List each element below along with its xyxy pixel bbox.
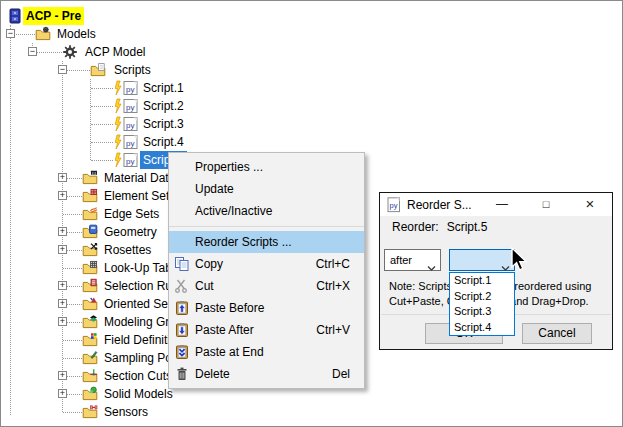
delete-icon (169, 366, 195, 382)
dropdown-option-script-4[interactable]: Script.4 (450, 320, 514, 336)
menu-item-copy[interactable]: CopyCtrl+C (169, 253, 364, 275)
menu-item-reorder-scripts[interactable]: Reorder Scripts ... (169, 231, 364, 253)
menu-item-paste-after[interactable]: Paste AfterCtrl+V (169, 319, 364, 341)
tree-item-scripts[interactable]: −Scripts (1, 61, 381, 79)
tree-branch-line (63, 412, 82, 413)
expand-toggle[interactable]: + (58, 389, 67, 398)
tree-item-label: Rosettes (101, 241, 154, 259)
menu-item-label: Properties ... (195, 160, 350, 174)
menu-item-delete[interactable]: DeleteDel (169, 363, 364, 385)
rosettes-icon (82, 242, 98, 258)
position-combo-value: after (390, 254, 412, 266)
python-script-icon: py (113, 134, 143, 150)
tree-branch-line (63, 340, 82, 341)
target-script-dropdown-list: Script.1Script.2Script.3Script.4 (449, 272, 515, 336)
tree-item-acp-pre[interactable]: ACP - Pre (1, 7, 381, 25)
expand-toggle[interactable]: + (58, 173, 67, 182)
acp-root-icon (7, 8, 23, 24)
svg-text:py: py (390, 201, 398, 210)
tree-item-sensors[interactable]: Sensors (1, 403, 381, 421)
python-script-icon: py (113, 116, 143, 132)
tree-branch-line (91, 142, 113, 143)
expand-toggle[interactable]: + (58, 317, 67, 326)
reorder-value: Script.5 (447, 220, 488, 234)
tree-branch-line (91, 160, 113, 161)
tree-item-label: Geometry (101, 223, 160, 241)
tree-item-models[interactable]: −Models (1, 25, 381, 43)
dropdown-option-script-2[interactable]: Script.2 (450, 289, 514, 305)
menu-item-label: Update (195, 182, 350, 196)
paste-before-icon (169, 300, 195, 316)
menu-item-label: Copy (195, 257, 316, 271)
dialog-title: Reorder S... (407, 198, 472, 212)
tree-item-script-1[interactable]: pyScript.1 (1, 79, 381, 97)
tree-branch-line (91, 106, 113, 107)
tree-branch-line (63, 214, 82, 215)
menu-item-shortcut: Del (332, 367, 364, 381)
menu-item-label: Active/Inactive (195, 204, 350, 218)
menu-item-shortcut: Ctrl+X (316, 279, 364, 293)
solid-models-icon (82, 386, 98, 402)
tree-item-script-3[interactable]: pyScript.3 (1, 115, 381, 133)
svg-text:py: py (126, 85, 134, 94)
tree-item-script-2[interactable]: pyScript.2 (1, 97, 381, 115)
dropdown-option-script-1[interactable]: Script.1 (450, 273, 514, 289)
tree-branch-line (63, 268, 82, 269)
tree-item-script-4[interactable]: pyScript.4 (1, 133, 381, 151)
menu-item-label: Delete (195, 367, 332, 381)
material-data-icon (82, 170, 98, 186)
tree-item-label: Solid Models (101, 385, 176, 403)
reorder-label: Reorder: (392, 220, 439, 234)
expand-toggle[interactable]: + (58, 227, 67, 236)
menu-item-properties[interactable]: Properties ... (169, 156, 364, 178)
menu-item-label: Paste After (195, 323, 316, 337)
menu-item-cut[interactable]: CutCtrl+X (169, 275, 364, 297)
expand-toggle[interactable]: + (58, 371, 67, 380)
target-script-combo[interactable] (449, 249, 515, 271)
expand-toggle[interactable]: − (6, 29, 15, 38)
tree-item-label: Sensors (101, 403, 151, 421)
sampling-points-icon (82, 350, 98, 366)
dialog-titlebar[interactable]: py Reorder S... — □ × (380, 193, 612, 216)
cancel-button[interactable]: Cancel (522, 323, 592, 344)
expand-toggle[interactable]: + (58, 191, 67, 200)
menu-item-update[interactable]: Update (169, 178, 364, 200)
dropdown-option-script-3[interactable]: Script.3 (450, 304, 514, 320)
tree-item-label: ACP - Pre (23, 7, 84, 25)
tree-branch-line (91, 88, 113, 89)
reorder-target-row: Reorder:Script.5 (392, 220, 487, 236)
menu-item-label: Reorder Scripts ... (195, 235, 350, 249)
menu-item-label: Paste Before (195, 301, 350, 315)
python-script-icon: py (113, 80, 143, 96)
close-button[interactable]: × (568, 193, 612, 216)
selection-rules-icon (82, 278, 98, 294)
tree-item-acp-model[interactable]: −ACP Model (1, 43, 381, 61)
modeling-groups-icon (82, 314, 98, 330)
models-folder-icon (35, 26, 51, 42)
minimize-button[interactable]: — (480, 193, 524, 216)
tree-item-label: Script.4 (140, 133, 187, 151)
tree-item-label: Edge Sets (101, 205, 162, 223)
svg-text:py: py (126, 103, 134, 112)
expand-toggle[interactable]: − (58, 65, 67, 74)
field-definitions-icon (82, 332, 98, 348)
menu-item-paste-at-end[interactable]: Paste at End (169, 341, 364, 363)
maximize-button[interactable]: □ (524, 193, 568, 216)
menu-separator (169, 222, 364, 231)
tree-branch-line (91, 124, 113, 125)
menu-item-active-inactive[interactable]: Active/Inactive (169, 200, 364, 222)
position-combo[interactable]: after (384, 249, 441, 271)
svg-text:py: py (126, 121, 134, 130)
context-menu: Properties ...UpdateActive/InactiveReord… (168, 152, 365, 389)
expand-toggle[interactable]: + (58, 281, 67, 290)
python-script-icon: py (113, 98, 143, 114)
svg-text:py: py (126, 157, 134, 166)
expand-toggle[interactable]: + (58, 245, 67, 254)
tree-item-label: Script.2 (140, 97, 187, 115)
menu-item-shortcut: Ctrl+C (316, 257, 364, 271)
paste-at-end-icon (169, 344, 195, 360)
expand-toggle[interactable]: + (58, 299, 67, 308)
expand-toggle[interactable]: − (28, 47, 37, 56)
tree-item-label: Element Sets (101, 187, 178, 205)
menu-item-paste-before[interactable]: Paste Before (169, 297, 364, 319)
